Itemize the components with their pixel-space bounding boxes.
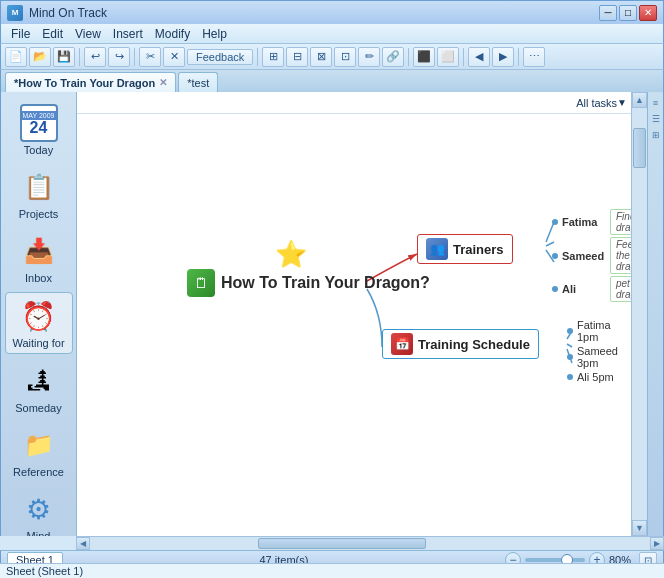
schedule-dot-3 [567,374,573,380]
hscroll-right-btn[interactable]: ▶ [650,537,664,550]
sidebar-item-mindmapping[interactable]: ⚙ Mind Mapping [5,486,73,536]
cut-button[interactable]: ✂ [139,47,161,67]
trainer-task-1: Find a dragon [610,209,631,235]
scroll-track[interactable] [632,108,647,520]
mindmap-canvas: ⭐ 🗒 How To Train Your Dragon? 👥 Trainers… [77,114,631,536]
reference-icon: 📁 [20,426,58,464]
tool-extra[interactable]: ⋯ [523,47,545,67]
bottom-scrollbar: ◀ ▶ [76,536,664,550]
right-scrollbar: ▲ ▼ [631,92,647,536]
panel-icon-1[interactable]: ≡ [649,96,663,110]
schedule-node[interactable]: 📅 Training Schedule [382,329,539,359]
sidebar-label-someday: Someday [15,402,61,414]
separator-5 [463,48,464,66]
scroll-thumb[interactable] [633,128,646,168]
app-title: Mind On Track [29,6,599,20]
schedule-dot-2 [567,354,573,360]
scroll-up-btn[interactable]: ▲ [632,92,647,108]
menu-view[interactable]: View [69,26,107,42]
trainers-node[interactable]: 👥 Trainers [417,234,513,264]
sidebar-label-inbox: Inbox [25,272,52,284]
tool-4[interactable]: ⊡ [334,47,356,67]
app-icon: M [7,5,23,21]
waiting-icon: ⏰ [20,297,58,335]
panel-icon-2[interactable]: ☰ [649,112,663,126]
trainers-box: 👥 Trainers [417,234,513,264]
central-text: How To Train Your Dragon? [221,274,430,292]
open-button[interactable]: 📂 [29,47,51,67]
hscroll-thumb[interactable] [258,538,426,549]
minimize-button[interactable]: ─ [599,5,617,21]
sidebar-item-reference[interactable]: 📁 Reference [5,422,73,482]
trainer-name-1: Fatima [562,216,606,228]
mindmapping-icon: ⚙ [20,490,58,528]
menu-modify[interactable]: Modify [149,26,196,42]
separator-1 [79,48,80,66]
scroll-down-btn[interactable]: ▼ [632,520,647,536]
tab-dragon[interactable]: *How To Train Your Dragon ✕ [5,72,176,92]
tasks-label[interactable]: All tasks [576,97,617,109]
save-button[interactable]: 💾 [53,47,75,67]
trainer-name-3: Ali [562,283,606,295]
trainer-name-2: Sameed [562,250,606,262]
tooltip-bar: Sheet (Sheet 1) [0,563,664,578]
trainer-item-fatima: Fatima Find a dragon [552,209,631,235]
sidebar: MAY 2009 24 Today 📋 Projects 📥 Inbox ⏰ W… [1,92,77,536]
new-button[interactable]: 📄 [5,47,27,67]
undo-button[interactable]: ↩ [84,47,106,67]
schedule-item-2: Sameed 3pm [567,345,631,369]
schedule-item-3: Ali 5pm [567,371,631,383]
cal-day: 24 [30,120,48,136]
menu-file[interactable]: File [5,26,36,42]
tooltip-text: Sheet (Sheet 1) [6,565,83,577]
sidebar-item-projects[interactable]: 📋 Projects [5,164,73,224]
hscroll-track[interactable] [90,537,650,550]
trainer-task-3: pet the dragon [610,276,631,302]
nav-forward[interactable]: ▶ [492,47,514,67]
someday-icon: 🏞 [20,362,58,400]
tool-5[interactable]: ✏ [358,47,380,67]
schedule-text-2: Sameed 3pm [577,345,631,369]
sidebar-label-today: Today [24,144,53,156]
maximize-button[interactable]: □ [619,5,637,21]
separator-6 [518,48,519,66]
content-area: All tasks ▼ [77,92,647,536]
window-controls: ─ □ ✕ [599,5,657,21]
nav-back[interactable]: ◀ [468,47,490,67]
trainer-item-sameed: Sameed Feed the dragon [552,237,631,274]
delete-button[interactable]: ✕ [163,47,185,67]
schedule-text-3: Ali 5pm [577,371,614,383]
menu-bar: File Edit View Insert Modify Help [0,24,664,44]
toolbar: 📄 📂 💾 ↩ ↪ ✂ ✕ Feedback ⊞ ⊟ ⊠ ⊡ ✏ 🔗 ⬛ ⬜ ◀… [0,44,664,70]
menu-help[interactable]: Help [196,26,233,42]
sidebar-item-waiting[interactable]: ⏰ Waiting for [5,292,73,354]
tool-2[interactable]: ⊟ [286,47,308,67]
zoom-slider[interactable] [525,558,585,562]
menu-edit[interactable]: Edit [36,26,69,42]
tab-test[interactable]: *test [178,72,218,92]
menu-insert[interactable]: Insert [107,26,149,42]
tool-6[interactable]: 🔗 [382,47,404,67]
inbox-icon: 📥 [20,232,58,270]
trainers-label: Trainers [453,242,504,257]
redo-button[interactable]: ↪ [108,47,130,67]
central-node[interactable]: 🗒 How To Train Your Dragon? [187,269,430,297]
tool-8[interactable]: ⬜ [437,47,459,67]
panel-icon-3[interactable]: ⊞ [649,128,663,142]
tool-7[interactable]: ⬛ [413,47,435,67]
tool-3[interactable]: ⊠ [310,47,332,67]
trainer-task-2: Feed the dragon [610,237,631,274]
close-button[interactable]: ✕ [639,5,657,21]
tab-dragon-close[interactable]: ✕ [159,77,167,88]
sidebar-item-today[interactable]: MAY 2009 24 Today [5,100,73,160]
tool-1[interactable]: ⊞ [262,47,284,67]
main-area: MAY 2009 24 Today 📋 Projects 📥 Inbox ⏰ W… [0,92,664,536]
feedback-button[interactable]: Feedback [187,49,253,65]
separator-4 [408,48,409,66]
schedule-item-1: Fatima 1pm [567,319,631,343]
sidebar-item-someday[interactable]: 🏞 Someday [5,358,73,418]
sidebar-label-waiting: Waiting for [12,337,64,349]
tasks-dropdown-icon[interactable]: ▼ [617,97,627,108]
hscroll-left-btn[interactable]: ◀ [76,537,90,550]
sidebar-item-inbox[interactable]: 📥 Inbox [5,228,73,288]
